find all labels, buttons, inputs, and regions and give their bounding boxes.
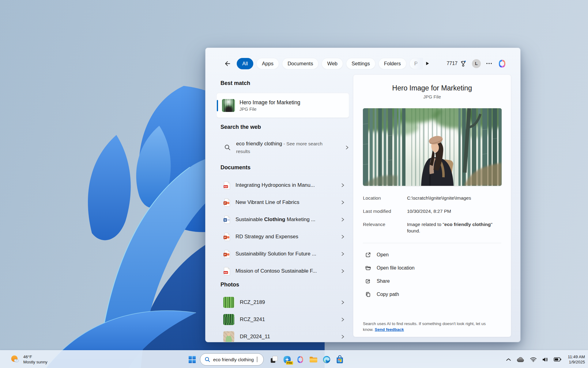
system-tray: 11:49 AM 1/9/2025: [505, 351, 585, 368]
document-result-row[interactable]: P RD Strategy and Expenses: [217, 229, 349, 244]
tabs-scroll-right-button[interactable]: [424, 58, 432, 69]
clock-widget[interactable]: 11:49 AM 1/9/2025: [568, 354, 585, 365]
chevron-right-icon[interactable]: [338, 217, 345, 222]
bamboo-forest-photo: [363, 108, 502, 186]
account-initial: L: [475, 61, 478, 66]
folder-icon: [365, 265, 371, 271]
action-label: Open file location: [377, 265, 415, 271]
edge-browser-button[interactable]: [320, 353, 333, 366]
task-view-button[interactable]: [267, 353, 281, 366]
best-match-result[interactable]: Hero Image for Marketing JPG File: [217, 93, 349, 118]
svg-text:P: P: [224, 253, 226, 256]
result-thumbnail: [222, 99, 235, 112]
tab-all[interactable]: All: [237, 58, 253, 69]
ellipsis-icon: [486, 63, 492, 64]
copy-icon: [365, 291, 371, 297]
document-result-row[interactable]: PDF Integrating Hydroponics in Manu...: [217, 178, 349, 193]
volume-tray-button[interactable]: [541, 356, 549, 363]
file-metadata: Location C:\scratch\Ignite\Ignite\Images…: [363, 195, 502, 241]
windows-insider-dev-button[interactable]: PRE: [281, 353, 294, 366]
pdf-file-icon: PDF: [223, 181, 231, 190]
section-header-web: Search the web: [221, 123, 349, 131]
chevron-right-icon[interactable]: [338, 183, 345, 187]
file-explorer-icon: [309, 355, 318, 363]
wifi-tray-button[interactable]: [529, 356, 537, 363]
web-search-suggestion[interactable]: eco friendly clothing - See more search …: [217, 137, 349, 158]
wifi-icon: [530, 357, 537, 362]
search-header: All Apps Documents Web Settings Folders …: [205, 48, 520, 74]
copilot-icon: [296, 355, 304, 364]
weather-condition: Mostly sunny: [23, 359, 47, 365]
metadata-label: Relevance: [363, 221, 407, 234]
photo-thumbnail: [223, 331, 234, 342]
powerpoint-file-icon: P: [223, 250, 231, 258]
results-list: Best match Hero Image for Marketing JPG …: [217, 77, 349, 342]
open-file-location-action[interactable]: Open file location: [353, 261, 511, 274]
chevron-right-icon[interactable]: [338, 269, 345, 273]
chevron-right-icon[interactable]: [338, 300, 345, 305]
share-action[interactable]: Share: [353, 274, 511, 288]
metadata-label: Last modified: [363, 208, 407, 214]
result-title: DR_2024_11: [240, 334, 338, 340]
send-feedback-link[interactable]: Send feedback: [375, 327, 404, 332]
weather-sun-icon: [10, 354, 20, 365]
chevron-right-icon[interactable]: [343, 145, 349, 150]
document-result-row[interactable]: P New Vibrant Line of Fabrics: [217, 195, 349, 210]
chevron-right-icon[interactable]: [338, 200, 345, 205]
copilot-button[interactable]: [497, 59, 507, 68]
photo-result-row[interactable]: RCZ_3241: [217, 312, 349, 327]
copy-path-action[interactable]: Copy path: [353, 288, 511, 301]
svg-text:PDF: PDF: [224, 186, 228, 188]
chevron-right-icon[interactable]: [338, 335, 345, 339]
onedrive-tray-button[interactable]: [516, 356, 525, 363]
taskbar: 46°F Mostly sunny eco friendly clothing: [0, 350, 588, 368]
document-result-row[interactable]: P Sustainability Solution for Future ...: [217, 247, 349, 261]
metadata-row: Relevance Image related to "eco friendly…: [363, 221, 502, 234]
chevron-right-icon[interactable]: [338, 317, 345, 322]
action-label: Share: [377, 278, 390, 284]
play-right-icon: [426, 61, 429, 66]
section-header-documents: Documents: [221, 164, 349, 171]
chevron-right-icon[interactable]: [338, 235, 345, 239]
preview-subtitle: JPG File: [353, 94, 511, 99]
tab-folders[interactable]: Folders: [379, 58, 406, 69]
result-title: RCZ_2189: [240, 299, 338, 305]
preview-image[interactable]: [363, 108, 502, 186]
tray-overflow-chevron[interactable]: [505, 357, 512, 362]
svg-text:PDF: PDF: [224, 272, 228, 274]
photo-thumbnail: [223, 297, 234, 308]
tab-apps[interactable]: Apps: [256, 58, 279, 69]
svg-text:P: P: [224, 236, 226, 239]
windows-search-flyout: All Apps Documents Web Settings Folders …: [205, 48, 521, 342]
more-options-button[interactable]: [486, 63, 492, 64]
action-label: Open: [377, 252, 389, 258]
document-result-row[interactable]: W Sustainable Clothing Marketing ...: [217, 212, 349, 227]
powerpoint-file-icon: P: [223, 232, 231, 241]
tab-web[interactable]: Web: [322, 58, 343, 69]
battery-tray-button[interactable]: [553, 357, 562, 362]
file-explorer-button[interactable]: [307, 353, 320, 366]
photo-result-row[interactable]: RCZ_2189: [217, 295, 349, 310]
photo-result-row[interactable]: DR_2024_11: [217, 329, 349, 342]
tab-settings[interactable]: Settings: [346, 58, 375, 69]
rewards-button[interactable]: 7717: [447, 60, 467, 67]
account-avatar[interactable]: L: [472, 59, 481, 68]
clock-time: 11:49 AM: [568, 354, 585, 359]
start-button[interactable]: [186, 353, 198, 366]
preview-badge: PRE: [286, 361, 293, 365]
weather-temp: 46°F: [23, 354, 47, 359]
weather-widget[interactable]: 46°F Mostly sunny: [8, 353, 49, 366]
metadata-label: Location: [363, 195, 407, 201]
chevron-up-icon: [506, 358, 511, 361]
open-action[interactable]: Open: [353, 248, 511, 261]
microsoft-store-button[interactable]: [333, 353, 346, 366]
section-header-best-match: Best match: [221, 79, 349, 87]
svg-text:W: W: [224, 219, 226, 221]
document-result-row[interactable]: PDF Mission of Contoso Sustainable F...: [217, 264, 349, 278]
copilot-taskbar-button[interactable]: [294, 353, 307, 366]
metadata-value: Image related to "eco friendly clothing"…: [407, 221, 502, 234]
chevron-right-icon[interactable]: [338, 252, 345, 256]
taskbar-search-box[interactable]: eco friendly clothing: [200, 353, 264, 366]
back-button[interactable]: [222, 58, 232, 69]
tab-documents[interactable]: Documents: [282, 58, 318, 69]
